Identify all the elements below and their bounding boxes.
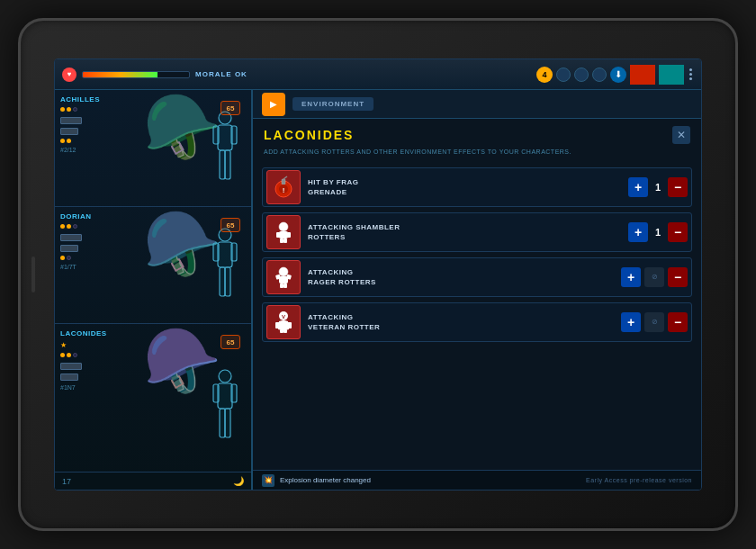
character-slot-laconides[interactable]: LACONIDES ★ #1N7 🪖 — [55, 324, 251, 490]
ammo-dot — [67, 139, 71, 143]
svg-point-12 — [219, 370, 231, 382]
veteran-disabled-value: ⊘ — [644, 312, 664, 332]
circle-btn-1[interactable] — [556, 68, 571, 82]
weapon-icon-achilles-1 — [60, 117, 82, 124]
soldier-figure-achilles: 🪖 — [143, 95, 221, 158]
teal-block — [659, 65, 684, 85]
circle-btn-3[interactable] — [592, 68, 607, 82]
char-slot-content-laconides: LACONIDES ★ #1N7 🪖 — [60, 329, 246, 484]
left-panel: ACHILLES #2 — [55, 90, 253, 490]
shambler-plus-btn[interactable]: + — [628, 222, 648, 242]
close-button[interactable]: ✕ — [672, 126, 690, 144]
ammo-dot — [60, 353, 65, 357]
ammo-dot — [60, 139, 65, 143]
svg-rect-35 — [280, 284, 284, 288]
character-slot-achilles[interactable]: ACHILLES #2 — [55, 90, 251, 207]
top-right-icons: 4 ⬇ — [536, 65, 694, 85]
panel-title: LACONIDES — [264, 128, 354, 142]
svg-rect-11 — [225, 267, 230, 296]
morale-section: ♥ MORALE OK — [62, 68, 531, 82]
svg-text:V: V — [282, 314, 285, 320]
effect-name-frag-grenade: HIT BY FRAGGRENADE — [308, 177, 621, 197]
body-outline-laconides — [212, 369, 238, 445]
status-icon: 💥 — [262, 474, 274, 487]
soldier-figure-dorian: 🪖 — [143, 212, 221, 275]
svg-point-31 — [279, 267, 288, 276]
hits-num-achilles: 65 — [227, 104, 235, 112]
effect-icon-rager — [266, 260, 301, 294]
svg-rect-13 — [218, 383, 232, 409]
play-button[interactable]: ▶ — [262, 93, 285, 116]
effect-controls-rager: + ⊘ − — [621, 267, 688, 287]
body-outline-dorian — [212, 228, 238, 303]
left-panel-bottom: 17 🌙 — [55, 472, 251, 490]
svg-rect-25 — [279, 231, 288, 238]
veteran-plus-btn[interactable]: + — [621, 312, 641, 332]
rager-plus-btn[interactable]: + — [621, 267, 641, 287]
ammo-row-achilles — [60, 107, 114, 112]
effect-name-rager: ATTACKINGRAGER ROTTERS — [308, 267, 614, 287]
char-name-dorian: DORIAN — [60, 212, 114, 220]
svg-rect-9 — [231, 243, 237, 261]
frag-grenade-plus-btn[interactable]: + — [628, 177, 648, 197]
circle-btn-2[interactable] — [574, 68, 589, 82]
environment-tab[interactable]: ENVIRONMENT — [292, 97, 374, 111]
hits-circle-achilles: 65 — [220, 101, 240, 115]
effects-list: ! HIT BY FRAGGRENADE + 1 − — [253, 164, 701, 470]
ammo-row2-achilles — [60, 139, 114, 143]
svg-rect-41 — [280, 329, 284, 333]
svg-text:!: ! — [283, 186, 285, 194]
char-info-laconides: LACONIDES ★ #1N7 — [60, 329, 114, 391]
effect-controls-frag-grenade: + 1 − — [628, 177, 688, 197]
hits-circle-dorian: 65 — [220, 218, 240, 232]
ammo-row2-dorian — [60, 256, 114, 260]
svg-rect-28 — [280, 238, 284, 243]
svg-rect-5 — [225, 150, 230, 179]
char-star-laconides: ★ — [60, 341, 114, 349]
svg-rect-7 — [218, 242, 232, 267]
svg-rect-27 — [287, 232, 291, 238]
dot-2 — [689, 73, 692, 76]
panel-description: ADD ATTACKING ROTTERS AND OTHER ENVIRONM… — [253, 148, 701, 164]
download-icon[interactable]: ⬇ — [610, 67, 626, 83]
weapon-icon-dorian-1 — [60, 234, 82, 241]
svg-rect-1 — [218, 125, 232, 150]
ammo-dot-empty — [73, 353, 77, 357]
status-right: Early Access pre-release version — [586, 477, 692, 483]
svg-rect-10 — [220, 267, 225, 296]
char-info-achilles: ACHILLES #2 — [60, 95, 114, 153]
env-tab-bar: ▶ ENVIRONMENT — [253, 90, 701, 119]
svg-rect-2 — [213, 126, 219, 144]
morale-bar-container — [82, 71, 190, 78]
svg-rect-17 — [225, 409, 230, 437]
svg-rect-36 — [284, 284, 287, 288]
status-message: Explosion diameter changed — [280, 476, 371, 484]
svg-rect-15 — [231, 384, 237, 402]
svg-rect-8 — [213, 243, 219, 261]
hits-num-dorian: 65 — [227, 221, 235, 230]
svg-rect-19 — [282, 179, 285, 184]
ammo-dot — [60, 224, 65, 229]
effect-icon-veteran: V — [266, 305, 301, 339]
weapon-icon-dorian-2 — [60, 245, 78, 252]
bottom-num: 17 — [62, 477, 71, 486]
num-badge[interactable]: 4 — [536, 67, 553, 83]
frag-grenade-minus-btn[interactable]: − — [668, 177, 688, 197]
character-slot-dorian[interactable]: DORIAN #1/7 — [55, 207, 251, 324]
rager-minus-btn[interactable]: − — [668, 267, 688, 287]
char-count-achilles: #2/12 — [60, 147, 114, 153]
effect-icon-shambler — [266, 215, 301, 249]
effect-row-frag-grenade: ! HIT BY FRAGGRENADE + 1 − — [262, 167, 692, 207]
ammo-dot — [67, 224, 71, 229]
shambler-minus-btn[interactable]: − — [668, 222, 688, 242]
effect-row-rager: ATTACKINGRAGER ROTTERS + ⊘ − — [262, 257, 692, 297]
dots-menu[interactable] — [688, 67, 694, 82]
veteran-minus-btn[interactable]: − — [668, 312, 688, 332]
status-left: 💥 Explosion diameter changed — [262, 474, 371, 487]
char-name-laconides: LACONIDES — [60, 329, 114, 338]
weapon-icon-achilles-2 — [60, 128, 78, 135]
svg-point-24 — [279, 222, 288, 231]
svg-rect-3 — [231, 126, 237, 144]
hits-num-laconides: 65 — [227, 338, 235, 346]
red-block — [630, 65, 655, 85]
